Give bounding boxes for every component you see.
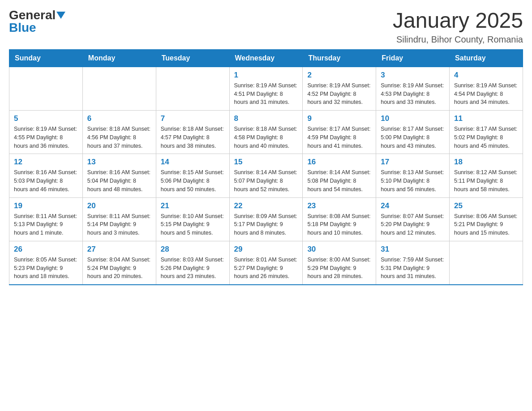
table-row xyxy=(450,241,523,285)
day-info: Sunrise: 8:19 AM Sunset: 4:55 PM Dayligh… xyxy=(14,125,78,150)
table-row xyxy=(82,67,156,110)
day-number: 19 xyxy=(14,201,78,210)
table-row: 6Sunrise: 8:18 AM Sunset: 4:56 PM Daylig… xyxy=(82,111,156,154)
calendar-header: Sunday Monday Tuesday Wednesday Thursday… xyxy=(9,49,523,67)
day-info: Sunrise: 8:17 AM Sunset: 4:59 PM Dayligh… xyxy=(307,125,371,150)
table-row: 18Sunrise: 8:12 AM Sunset: 5:11 PM Dayli… xyxy=(450,154,523,197)
table-row: 17Sunrise: 8:13 AM Sunset: 5:10 PM Dayli… xyxy=(376,154,450,197)
table-row: 16Sunrise: 8:14 AM Sunset: 5:08 PM Dayli… xyxy=(303,154,376,197)
day-info: Sunrise: 8:18 AM Sunset: 4:56 PM Dayligh… xyxy=(87,125,151,150)
day-number: 28 xyxy=(161,245,225,254)
calendar-table: Sunday Monday Tuesday Wednesday Thursday… xyxy=(9,49,523,285)
day-info: Sunrise: 8:19 AM Sunset: 4:54 PM Dayligh… xyxy=(454,81,518,107)
month-title: January 2025 xyxy=(393,9,523,33)
day-number: 31 xyxy=(381,245,445,254)
header-saturday: Saturday xyxy=(450,49,523,67)
table-row: 28Sunrise: 8:03 AM Sunset: 5:26 PM Dayli… xyxy=(156,241,229,285)
table-row: 2Sunrise: 8:19 AM Sunset: 4:52 PM Daylig… xyxy=(303,67,376,110)
calendar-row: 26Sunrise: 8:05 AM Sunset: 5:23 PM Dayli… xyxy=(9,241,523,285)
table-row: 27Sunrise: 8:04 AM Sunset: 5:24 PM Dayli… xyxy=(82,241,156,285)
table-row: 30Sunrise: 8:00 AM Sunset: 5:29 PM Dayli… xyxy=(303,241,376,285)
day-number: 5 xyxy=(14,114,78,123)
day-number: 30 xyxy=(307,245,371,254)
day-info: Sunrise: 8:11 AM Sunset: 5:13 PM Dayligh… xyxy=(14,212,78,237)
table-row: 11Sunrise: 8:17 AM Sunset: 5:02 PM Dayli… xyxy=(450,111,523,154)
table-row: 19Sunrise: 8:11 AM Sunset: 5:13 PM Dayli… xyxy=(9,197,83,241)
header-wednesday: Wednesday xyxy=(229,49,303,67)
table-row: 21Sunrise: 8:10 AM Sunset: 5:15 PM Dayli… xyxy=(156,197,229,241)
day-number: 26 xyxy=(14,245,78,254)
day-info: Sunrise: 8:01 AM Sunset: 5:27 PM Dayligh… xyxy=(234,256,298,281)
day-info: Sunrise: 8:08 AM Sunset: 5:18 PM Dayligh… xyxy=(307,212,371,237)
day-info: Sunrise: 8:19 AM Sunset: 4:53 PM Dayligh… xyxy=(381,81,445,107)
day-number: 3 xyxy=(381,71,445,80)
day-number: 7 xyxy=(161,114,225,123)
table-row xyxy=(9,67,83,110)
header-sunday: Sunday xyxy=(9,49,83,67)
day-number: 24 xyxy=(381,201,445,210)
day-number: 11 xyxy=(454,114,518,123)
table-row: 1Sunrise: 8:19 AM Sunset: 4:51 PM Daylig… xyxy=(229,67,303,110)
table-row: 24Sunrise: 8:07 AM Sunset: 5:20 PM Dayli… xyxy=(376,197,450,241)
day-info: Sunrise: 8:09 AM Sunset: 5:17 PM Dayligh… xyxy=(234,212,298,237)
day-info: Sunrise: 8:18 AM Sunset: 4:58 PM Dayligh… xyxy=(234,125,298,150)
table-row: 31Sunrise: 7:59 AM Sunset: 5:31 PM Dayli… xyxy=(376,241,450,285)
day-number: 15 xyxy=(234,158,298,167)
day-info: Sunrise: 8:15 AM Sunset: 5:06 PM Dayligh… xyxy=(161,168,225,193)
header-monday: Monday xyxy=(82,49,156,67)
table-row: 23Sunrise: 8:08 AM Sunset: 5:18 PM Dayli… xyxy=(303,197,376,241)
day-number: 16 xyxy=(307,158,371,167)
table-row: 5Sunrise: 8:19 AM Sunset: 4:55 PM Daylig… xyxy=(9,111,83,154)
day-number: 6 xyxy=(87,114,151,123)
day-info: Sunrise: 8:17 AM Sunset: 5:00 PM Dayligh… xyxy=(381,125,445,150)
day-number: 17 xyxy=(381,158,445,167)
calendar-row: 1Sunrise: 8:19 AM Sunset: 4:51 PM Daylig… xyxy=(9,67,523,110)
day-number: 12 xyxy=(14,158,78,167)
day-number: 8 xyxy=(234,114,298,123)
day-number: 13 xyxy=(87,158,151,167)
day-number: 20 xyxy=(87,201,151,210)
table-row: 10Sunrise: 8:17 AM Sunset: 5:00 PM Dayli… xyxy=(376,111,450,154)
day-number: 29 xyxy=(234,245,298,254)
day-info: Sunrise: 8:17 AM Sunset: 5:02 PM Dayligh… xyxy=(454,125,518,150)
table-row: 20Sunrise: 8:11 AM Sunset: 5:14 PM Dayli… xyxy=(82,197,156,241)
table-row: 15Sunrise: 8:14 AM Sunset: 5:07 PM Dayli… xyxy=(229,154,303,197)
header-row: Sunday Monday Tuesday Wednesday Thursday… xyxy=(9,49,523,67)
day-number: 1 xyxy=(234,71,298,80)
table-row: 25Sunrise: 8:06 AM Sunset: 5:21 PM Dayli… xyxy=(450,197,523,241)
table-row: 4Sunrise: 8:19 AM Sunset: 4:54 PM Daylig… xyxy=(450,67,523,110)
day-info: Sunrise: 8:05 AM Sunset: 5:23 PM Dayligh… xyxy=(14,256,78,281)
day-info: Sunrise: 8:13 AM Sunset: 5:10 PM Dayligh… xyxy=(381,168,445,193)
day-number: 23 xyxy=(307,201,371,210)
day-info: Sunrise: 8:16 AM Sunset: 5:03 PM Dayligh… xyxy=(14,168,78,193)
day-info: Sunrise: 8:10 AM Sunset: 5:15 PM Dayligh… xyxy=(161,212,225,237)
day-info: Sunrise: 8:04 AM Sunset: 5:24 PM Dayligh… xyxy=(87,256,151,281)
calendar-row: 12Sunrise: 8:16 AM Sunset: 5:03 PM Dayli… xyxy=(9,154,523,197)
day-info: Sunrise: 8:16 AM Sunset: 5:04 PM Dayligh… xyxy=(87,168,151,193)
day-number: 14 xyxy=(161,158,225,167)
header-tuesday: Tuesday xyxy=(156,49,229,67)
header-thursday: Thursday xyxy=(303,49,376,67)
title-section: January 2025 Silindru, Bihor County, Rom… xyxy=(393,9,523,45)
day-info: Sunrise: 8:14 AM Sunset: 5:08 PM Dayligh… xyxy=(307,168,371,193)
table-row: 8Sunrise: 8:18 AM Sunset: 4:58 PM Daylig… xyxy=(229,111,303,154)
calendar-row: 19Sunrise: 8:11 AM Sunset: 5:13 PM Dayli… xyxy=(9,197,523,241)
day-info: Sunrise: 8:00 AM Sunset: 5:29 PM Dayligh… xyxy=(307,256,371,281)
day-number: 27 xyxy=(87,245,151,254)
logo-triangle-icon xyxy=(56,12,65,19)
table-row: 9Sunrise: 8:17 AM Sunset: 4:59 PM Daylig… xyxy=(303,111,376,154)
day-info: Sunrise: 8:14 AM Sunset: 5:07 PM Dayligh… xyxy=(234,168,298,193)
calendar-row: 5Sunrise: 8:19 AM Sunset: 4:55 PM Daylig… xyxy=(9,111,523,154)
day-number: 2 xyxy=(307,71,371,80)
table-row: 12Sunrise: 8:16 AM Sunset: 5:03 PM Dayli… xyxy=(9,154,83,197)
page-header: General Blue January 2025 Silindru, Biho… xyxy=(9,9,523,45)
day-info: Sunrise: 8:11 AM Sunset: 5:14 PM Dayligh… xyxy=(87,212,151,237)
day-number: 21 xyxy=(161,201,225,210)
table-row xyxy=(156,67,229,110)
table-row: 26Sunrise: 8:05 AM Sunset: 5:23 PM Dayli… xyxy=(9,241,83,285)
calendar-body: 1Sunrise: 8:19 AM Sunset: 4:51 PM Daylig… xyxy=(9,67,523,285)
day-number: 22 xyxy=(234,201,298,210)
logo: General Blue xyxy=(9,9,65,34)
day-info: Sunrise: 8:19 AM Sunset: 4:52 PM Dayligh… xyxy=(307,81,371,107)
table-row: 13Sunrise: 8:16 AM Sunset: 5:04 PM Dayli… xyxy=(82,154,156,197)
